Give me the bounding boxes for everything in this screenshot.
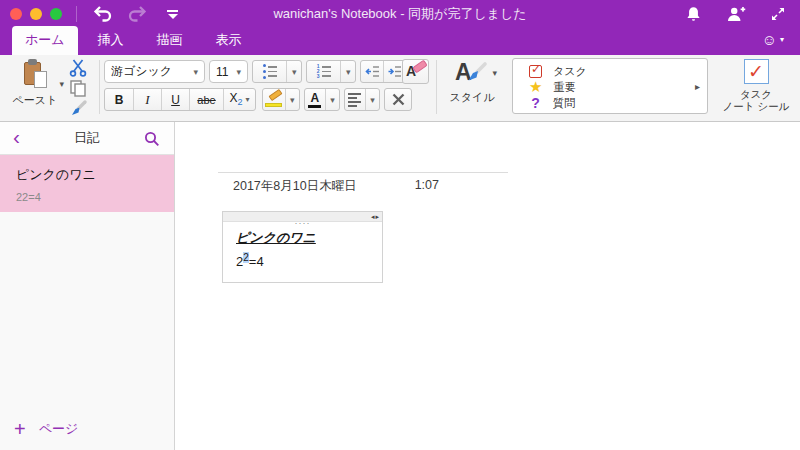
note-title-text: ピンクのワニ — [236, 229, 369, 247]
page-canvas[interactable]: 2017年8月10日木曜日 1:07 ···· ◂▸ ピンクのワニ 22=4 — [176, 122, 800, 450]
bullet-list-icon — [263, 64, 266, 79]
paste-button[interactable]: ▾ ペースト — [8, 59, 62, 108]
eraser-icon — [412, 60, 427, 74]
tab-insert[interactable]: 挿入 — [85, 26, 137, 55]
clear-formatting-button[interactable]: A — [402, 59, 429, 84]
task-seal-label-line2: ノート シール — [714, 100, 798, 112]
group-divider — [99, 60, 100, 114]
align-dropdown[interactable]: ▾ — [365, 89, 379, 110]
styles-label: スタイル — [443, 90, 501, 105]
tab-draw[interactable]: 描画 — [144, 26, 196, 55]
tag-important[interactable]: ★ 重要 — [529, 79, 707, 95]
numbered-list-icon: 1 2 3 — [317, 64, 320, 79]
font-color-dropdown[interactable]: ▾ — [325, 89, 339, 110]
window-title: wanichan's Notebook - 同期が完了しました — [273, 5, 526, 23]
bullet-list-dropdown[interactable]: ▾ — [286, 61, 301, 82]
page-item-preview: 22=4 — [16, 191, 158, 203]
back-button[interactable]: ‹ — [13, 125, 20, 149]
close-button[interactable] — [10, 8, 22, 20]
tags-gallery-more-button[interactable]: ▸ — [695, 81, 700, 92]
delete-button[interactable] — [384, 88, 412, 111]
title-divider — [218, 172, 508, 173]
highlight-dropdown[interactable]: ▾ — [285, 89, 299, 110]
numbered-list-group: 1 2 3 ▾ — [306, 60, 356, 83]
font-name-select[interactable]: 游ゴシック ▾ — [104, 60, 205, 83]
search-button[interactable] — [144, 131, 160, 147]
ribbon-tab-bar: ホーム 挿入 描画 表示 ☺ ▾ — [0, 28, 800, 55]
page-list-item-selected[interactable]: ピンクのワニ 22=4 — [0, 155, 174, 212]
underline-button[interactable]: U — [161, 89, 189, 110]
plus-icon: + — [14, 420, 26, 438]
tab-view[interactable]: 表示 — [203, 26, 255, 55]
note-equation: 22=4 — [236, 254, 369, 269]
ribbon: ▾ ペースト — [0, 55, 800, 122]
search-icon — [144, 131, 160, 147]
font-size-value: 11 — [216, 65, 228, 79]
italic-button[interactable]: I — [133, 89, 161, 110]
note-body[interactable]: ピンクのワニ 22=4 — [223, 222, 382, 276]
bullet-list-button[interactable] — [253, 61, 286, 82]
title-bar: wanichan's Notebook - 同期が完了しました — [0, 0, 800, 28]
task-checkbox-icon: ✓ — [529, 65, 542, 78]
numbered-list-dropdown[interactable]: ▾ — [340, 61, 355, 82]
paste-clipboard-icon — [24, 59, 47, 88]
format-painter-icon — [68, 99, 88, 119]
bullet-list-group: ▾ — [252, 60, 302, 83]
drag-dots-icon: ···· — [295, 218, 311, 228]
section-title: 日記 — [74, 129, 100, 147]
numbered-list-button[interactable]: 1 2 3 — [307, 61, 340, 82]
subscript-button[interactable]: X2 ▾ — [223, 89, 255, 110]
format-painter-button[interactable] — [68, 99, 88, 119]
page-date[interactable]: 2017年8月10日木曜日 — [233, 178, 357, 195]
bold-button[interactable]: B — [105, 89, 133, 110]
resize-handles-icon[interactable]: ◂▸ — [371, 212, 380, 221]
font-style-group: B I U abe X2 ▾ — [104, 88, 256, 111]
page-list-sidebar: ‹ 日記 ピンクのワニ 22=4 + ページ — [0, 122, 175, 450]
equation-rest: =4 — [249, 254, 264, 269]
note-drag-handle[interactable]: ···· ◂▸ — [223, 212, 382, 222]
feedback-button[interactable]: ☺ ▾ — [762, 32, 784, 47]
copy-icon — [69, 79, 87, 97]
fullscreen-button[interactable] — [770, 6, 786, 22]
styles-button[interactable]: A ▾ スタイル — [443, 58, 501, 105]
align-icon — [348, 93, 361, 107]
zoom-button[interactable] — [50, 8, 62, 20]
highlight-button[interactable] — [263, 89, 285, 110]
font-size-select[interactable]: 11 ▾ — [209, 60, 248, 83]
redo-button[interactable] — [128, 5, 147, 23]
note-container: ···· ◂▸ ピンクのワニ 22=4 — [222, 211, 383, 283]
highlighter-icon — [265, 92, 283, 108]
add-person-icon — [726, 6, 746, 22]
redo-icon — [128, 5, 147, 23]
collapse-ribbon-icon — [167, 10, 178, 12]
task-note-seal-button[interactable]: ✓ タスク ノート シール — [714, 59, 798, 112]
add-page-button[interactable]: + ページ — [14, 420, 78, 438]
tab-home[interactable]: ホーム — [12, 26, 78, 55]
notifications-button[interactable] — [685, 5, 702, 23]
chevron-down-icon: ▾ — [193, 67, 198, 77]
tag-task[interactable]: ✓ タスク — [529, 63, 707, 79]
font-name-value: 游ゴシック — [111, 63, 172, 80]
tag-question[interactable]: ? 質問 — [529, 95, 707, 111]
page-time[interactable]: 1:07 — [415, 178, 439, 195]
traffic-lights — [0, 8, 62, 20]
cut-button[interactable] — [68, 58, 88, 77]
outdent-button[interactable] — [361, 61, 383, 82]
align-button[interactable] — [345, 89, 365, 110]
outdent-icon — [365, 65, 380, 78]
copy-button[interactable] — [69, 79, 87, 97]
star-icon: ★ — [529, 80, 542, 94]
minimize-button[interactable] — [30, 8, 42, 20]
equation-superscript-selected: 2 — [243, 252, 249, 263]
font-color-icon: A — [308, 92, 321, 108]
collapse-ribbon-button[interactable] — [167, 10, 178, 19]
chevron-down-icon: ▾ — [236, 67, 241, 77]
strikethrough-button[interactable]: abe — [189, 89, 223, 110]
font-color-button[interactable]: A — [305, 89, 325, 110]
font-color-group: A ▾ — [304, 88, 340, 111]
onenote-window: wanichan's Notebook - 同期が完了しました — [0, 0, 800, 450]
task-seal-label-line1: タスク — [714, 88, 798, 100]
share-button[interactable] — [726, 6, 746, 22]
tag-task-label: タスク — [553, 64, 587, 79]
undo-button[interactable] — [93, 5, 112, 23]
